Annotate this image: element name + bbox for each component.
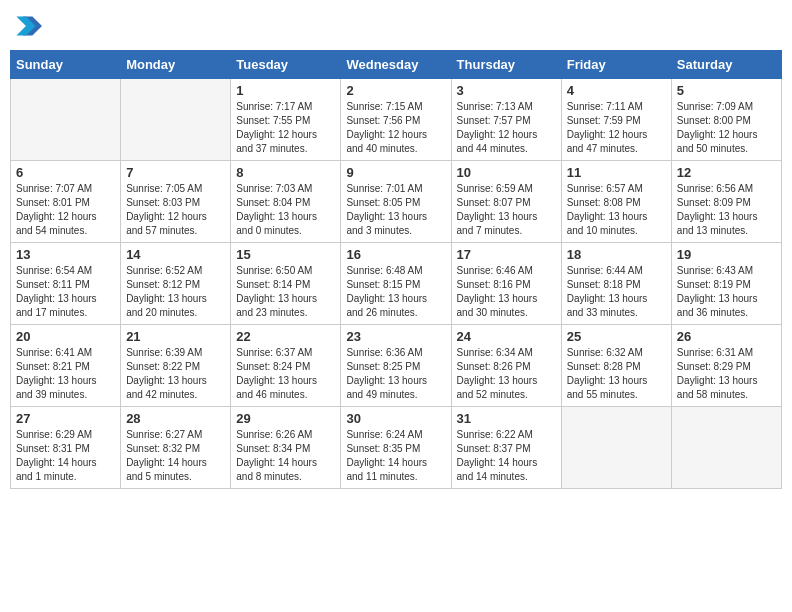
calendar-cell: 29Sunrise: 6:26 AM Sunset: 8:34 PM Dayli… [231,407,341,489]
day-info: Sunrise: 6:48 AM Sunset: 8:15 PM Dayligh… [346,264,445,320]
calendar-week-2: 6Sunrise: 7:07 AM Sunset: 8:01 PM Daylig… [11,161,782,243]
calendar-cell: 10Sunrise: 6:59 AM Sunset: 8:07 PM Dayli… [451,161,561,243]
day-info: Sunrise: 6:52 AM Sunset: 8:12 PM Dayligh… [126,264,225,320]
calendar-cell [561,407,671,489]
day-info: Sunrise: 6:29 AM Sunset: 8:31 PM Dayligh… [16,428,115,484]
day-info: Sunrise: 7:01 AM Sunset: 8:05 PM Dayligh… [346,182,445,238]
day-info: Sunrise: 7:17 AM Sunset: 7:55 PM Dayligh… [236,100,335,156]
calendar-cell: 2Sunrise: 7:15 AM Sunset: 7:56 PM Daylig… [341,79,451,161]
calendar-header-monday: Monday [121,51,231,79]
day-info: Sunrise: 6:27 AM Sunset: 8:32 PM Dayligh… [126,428,225,484]
calendar-cell: 11Sunrise: 6:57 AM Sunset: 8:08 PM Dayli… [561,161,671,243]
calendar-cell: 9Sunrise: 7:01 AM Sunset: 8:05 PM Daylig… [341,161,451,243]
day-info: Sunrise: 7:13 AM Sunset: 7:57 PM Dayligh… [457,100,556,156]
day-info: Sunrise: 6:54 AM Sunset: 8:11 PM Dayligh… [16,264,115,320]
calendar-week-3: 13Sunrise: 6:54 AM Sunset: 8:11 PM Dayli… [11,243,782,325]
day-info: Sunrise: 6:26 AM Sunset: 8:34 PM Dayligh… [236,428,335,484]
day-info: Sunrise: 7:15 AM Sunset: 7:56 PM Dayligh… [346,100,445,156]
calendar-week-4: 20Sunrise: 6:41 AM Sunset: 8:21 PM Dayli… [11,325,782,407]
day-number: 19 [677,247,776,262]
calendar-cell: 16Sunrise: 6:48 AM Sunset: 8:15 PM Dayli… [341,243,451,325]
day-number: 23 [346,329,445,344]
day-info: Sunrise: 7:11 AM Sunset: 7:59 PM Dayligh… [567,100,666,156]
day-info: Sunrise: 6:41 AM Sunset: 8:21 PM Dayligh… [16,346,115,402]
calendar-header-tuesday: Tuesday [231,51,341,79]
day-info: Sunrise: 6:46 AM Sunset: 8:16 PM Dayligh… [457,264,556,320]
day-info: Sunrise: 6:43 AM Sunset: 8:19 PM Dayligh… [677,264,776,320]
day-info: Sunrise: 6:32 AM Sunset: 8:28 PM Dayligh… [567,346,666,402]
day-info: Sunrise: 6:31 AM Sunset: 8:29 PM Dayligh… [677,346,776,402]
day-info: Sunrise: 6:44 AM Sunset: 8:18 PM Dayligh… [567,264,666,320]
day-info: Sunrise: 6:24 AM Sunset: 8:35 PM Dayligh… [346,428,445,484]
day-number: 10 [457,165,556,180]
calendar-cell: 14Sunrise: 6:52 AM Sunset: 8:12 PM Dayli… [121,243,231,325]
day-number: 6 [16,165,115,180]
calendar-cell: 3Sunrise: 7:13 AM Sunset: 7:57 PM Daylig… [451,79,561,161]
calendar-cell: 20Sunrise: 6:41 AM Sunset: 8:21 PM Dayli… [11,325,121,407]
day-info: Sunrise: 6:50 AM Sunset: 8:14 PM Dayligh… [236,264,335,320]
day-number: 28 [126,411,225,426]
logo [10,10,46,42]
calendar-cell: 7Sunrise: 7:05 AM Sunset: 8:03 PM Daylig… [121,161,231,243]
calendar-week-5: 27Sunrise: 6:29 AM Sunset: 8:31 PM Dayli… [11,407,782,489]
day-number: 15 [236,247,335,262]
calendar-cell: 30Sunrise: 6:24 AM Sunset: 8:35 PM Dayli… [341,407,451,489]
day-number: 29 [236,411,335,426]
calendar-cell: 25Sunrise: 6:32 AM Sunset: 8:28 PM Dayli… [561,325,671,407]
day-number: 13 [16,247,115,262]
day-number: 26 [677,329,776,344]
day-info: Sunrise: 6:57 AM Sunset: 8:08 PM Dayligh… [567,182,666,238]
calendar-week-1: 1Sunrise: 7:17 AM Sunset: 7:55 PM Daylig… [11,79,782,161]
day-number: 22 [236,329,335,344]
calendar-cell: 15Sunrise: 6:50 AM Sunset: 8:14 PM Dayli… [231,243,341,325]
logo-icon [10,10,42,42]
calendar-cell: 5Sunrise: 7:09 AM Sunset: 8:00 PM Daylig… [671,79,781,161]
calendar-cell: 28Sunrise: 6:27 AM Sunset: 8:32 PM Dayli… [121,407,231,489]
calendar-cell: 26Sunrise: 6:31 AM Sunset: 8:29 PM Dayli… [671,325,781,407]
day-number: 3 [457,83,556,98]
calendar-cell: 4Sunrise: 7:11 AM Sunset: 7:59 PM Daylig… [561,79,671,161]
day-number: 31 [457,411,556,426]
day-number: 24 [457,329,556,344]
day-number: 14 [126,247,225,262]
day-number: 17 [457,247,556,262]
day-number: 5 [677,83,776,98]
day-number: 18 [567,247,666,262]
day-info: Sunrise: 7:09 AM Sunset: 8:00 PM Dayligh… [677,100,776,156]
calendar-table: SundayMondayTuesdayWednesdayThursdayFrid… [10,50,782,489]
calendar-cell: 18Sunrise: 6:44 AM Sunset: 8:18 PM Dayli… [561,243,671,325]
calendar-cell: 22Sunrise: 6:37 AM Sunset: 8:24 PM Dayli… [231,325,341,407]
day-info: Sunrise: 6:34 AM Sunset: 8:26 PM Dayligh… [457,346,556,402]
day-info: Sunrise: 6:39 AM Sunset: 8:22 PM Dayligh… [126,346,225,402]
day-number: 12 [677,165,776,180]
day-number: 9 [346,165,445,180]
day-info: Sunrise: 6:37 AM Sunset: 8:24 PM Dayligh… [236,346,335,402]
calendar-cell: 19Sunrise: 6:43 AM Sunset: 8:19 PM Dayli… [671,243,781,325]
day-number: 1 [236,83,335,98]
calendar-cell [671,407,781,489]
calendar-cell: 1Sunrise: 7:17 AM Sunset: 7:55 PM Daylig… [231,79,341,161]
calendar-header-saturday: Saturday [671,51,781,79]
calendar-cell: 13Sunrise: 6:54 AM Sunset: 8:11 PM Dayli… [11,243,121,325]
calendar-cell: 24Sunrise: 6:34 AM Sunset: 8:26 PM Dayli… [451,325,561,407]
day-info: Sunrise: 6:22 AM Sunset: 8:37 PM Dayligh… [457,428,556,484]
calendar-cell: 8Sunrise: 7:03 AM Sunset: 8:04 PM Daylig… [231,161,341,243]
calendar-cell: 23Sunrise: 6:36 AM Sunset: 8:25 PM Dayli… [341,325,451,407]
calendar-header-sunday: Sunday [11,51,121,79]
calendar-header-thursday: Thursday [451,51,561,79]
calendar-cell: 6Sunrise: 7:07 AM Sunset: 8:01 PM Daylig… [11,161,121,243]
day-info: Sunrise: 6:36 AM Sunset: 8:25 PM Dayligh… [346,346,445,402]
calendar-cell [11,79,121,161]
day-info: Sunrise: 7:03 AM Sunset: 8:04 PM Dayligh… [236,182,335,238]
day-info: Sunrise: 6:59 AM Sunset: 8:07 PM Dayligh… [457,182,556,238]
day-number: 20 [16,329,115,344]
day-number: 27 [16,411,115,426]
calendar-cell: 17Sunrise: 6:46 AM Sunset: 8:16 PM Dayli… [451,243,561,325]
day-number: 21 [126,329,225,344]
day-number: 7 [126,165,225,180]
calendar-cell [121,79,231,161]
calendar-cell: 27Sunrise: 6:29 AM Sunset: 8:31 PM Dayli… [11,407,121,489]
calendar-header-friday: Friday [561,51,671,79]
calendar-cell: 12Sunrise: 6:56 AM Sunset: 8:09 PM Dayli… [671,161,781,243]
day-number: 4 [567,83,666,98]
